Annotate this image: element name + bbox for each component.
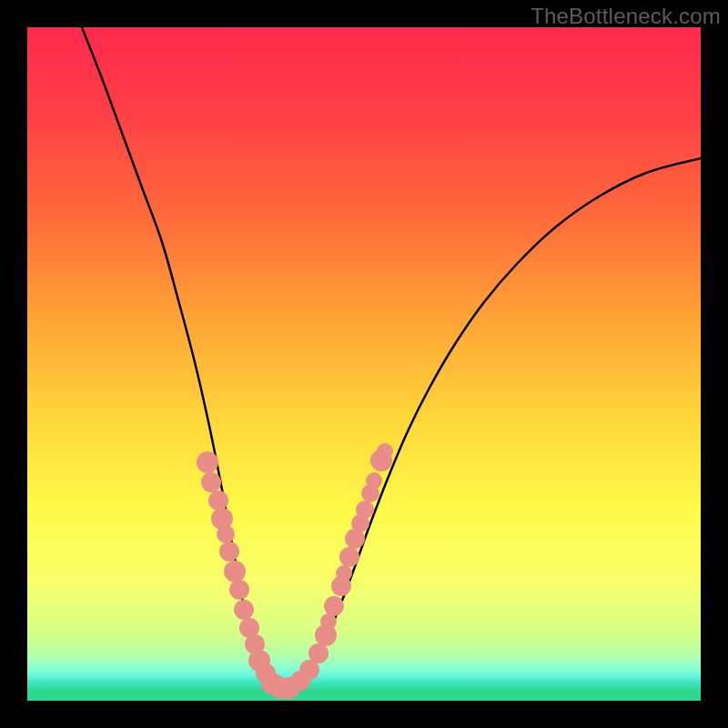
data-dot [219,541,239,561]
data-dot [324,596,344,616]
data-dot [366,472,382,489]
data-dots [27,27,701,701]
data-dot [356,500,374,519]
data-dot [308,643,329,663]
data-dot [201,472,221,492]
data-dot [197,451,218,473]
data-dot [229,580,249,600]
data-dot [234,600,254,620]
watermark: TheBottleneck.com [531,4,721,29]
chart-frame: TheBottleneck.com [0,0,728,728]
plot-area [27,27,701,701]
data-dot [339,547,359,567]
data-dot [336,565,352,581]
data-dot [377,443,393,460]
data-dot [217,525,235,543]
data-dot [224,561,246,582]
